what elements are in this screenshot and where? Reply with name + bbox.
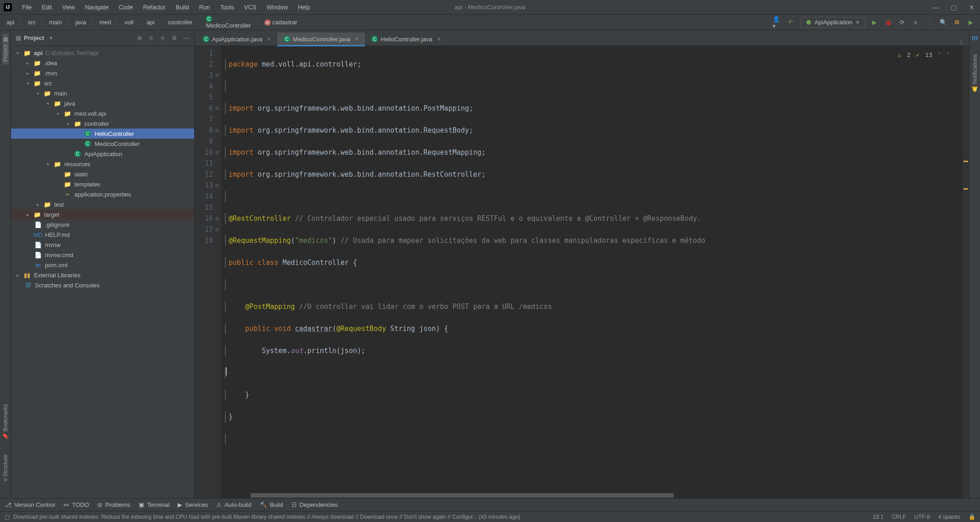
tree-main[interactable]: ▾📁main	[11, 88, 194, 98]
run-configuration[interactable]: ⬢ ApiApplication ▾	[800, 17, 865, 28]
tree-test[interactable]: ▸📁test	[11, 199, 194, 209]
tree-pom[interactable]: mpom.xml	[11, 260, 194, 270]
tool-bookmarks[interactable]: 🔖 Bookmarks	[2, 401, 9, 443]
chevron-down-icon[interactable]: ˅	[946, 50, 950, 61]
back-icon[interactable]: ↶	[786, 18, 795, 27]
tree-resources[interactable]: ▾📁resources	[11, 159, 194, 169]
menu-vcs[interactable]: VCS	[240, 2, 261, 12]
stop-button[interactable]: ■	[911, 18, 920, 27]
tree-scratch[interactable]: 🗐Scratches and Consoles	[11, 280, 194, 290]
menu-refactor[interactable]: Refactor	[139, 2, 170, 12]
more-tabs-icon[interactable]: ⋮	[958, 39, 964, 45]
status-encoding[interactable]: UTF-8	[914, 514, 930, 520]
status-window-icon[interactable]: ▢	[5, 514, 10, 520]
horizontal-scrollbar[interactable]	[251, 493, 956, 498]
fold-icon[interactable]: ⊟	[214, 125, 220, 136]
tree-gitignore[interactable]: 📄.gitignore	[11, 219, 194, 230]
bottom-vcs[interactable]: ⎇Version Control	[5, 501, 55, 508]
menu-edit[interactable]: Edit	[37, 2, 56, 12]
bottom-build[interactable]: 🔨Build	[260, 501, 283, 508]
tree-mvnwcmd[interactable]: 📄mvnw.cmd	[11, 250, 194, 260]
expand-all-icon[interactable]: ≑	[149, 34, 154, 41]
tree-mvnw[interactable]: 📄mvnw	[11, 240, 194, 250]
crumb-main[interactable]: main	[47, 18, 64, 27]
user-icon[interactable]: 👤▾	[773, 18, 782, 27]
tree-pkg[interactable]: ▾📁med.voll.api	[11, 108, 194, 118]
menu-navigate[interactable]: Navigate	[80, 2, 113, 12]
menu-view[interactable]: View	[57, 2, 79, 12]
fold-icon[interactable]: ⊟	[214, 224, 220, 235]
tree-props[interactable]: ▪▪application.properties	[11, 189, 194, 199]
tool-project[interactable]: Project ▦	[2, 34, 9, 65]
tree-help[interactable]: MDHELP.md	[11, 230, 194, 240]
bottom-problems[interactable]: ⊘Problems	[97, 501, 130, 508]
status-indent[interactable]: 4 spaces	[938, 514, 960, 520]
tab-hellocontroller[interactable]: CHelloController.java×	[365, 33, 447, 45]
menu-code[interactable]: Code	[114, 2, 138, 12]
error-stripe[interactable]	[963, 46, 969, 498]
menu-file[interactable]: File	[17, 2, 36, 12]
status-eol[interactable]: CRLF	[892, 514, 906, 520]
tool-structure[interactable]: ≡ Structure	[2, 452, 9, 484]
tree-static[interactable]: 📁static	[11, 169, 194, 179]
crumb-class[interactable]: C MedicoController	[204, 15, 252, 30]
tab-apiapplication[interactable]: CApiApplication.java×	[196, 33, 277, 45]
search-button[interactable]: 🔍	[939, 18, 948, 27]
close-icon[interactable]: ×	[267, 35, 271, 43]
crumb-java[interactable]: java	[73, 18, 88, 27]
tree-external[interactable]: ▸▮▮External Libraries	[11, 270, 194, 280]
menu-help[interactable]: Help	[293, 2, 315, 12]
coverage-button[interactable]: ⟳	[897, 18, 907, 27]
fold-icon[interactable]: ⊟	[214, 213, 220, 224]
code-editor[interactable]: package med.voll.api.controller; import …	[221, 46, 963, 498]
tree-mvn[interactable]: ▸📁.mvn	[11, 68, 194, 78]
crumb-med[interactable]: med	[98, 18, 113, 27]
bottom-autobuild[interactable]: ⚠Auto-build	[216, 501, 252, 508]
crumb-controller[interactable]: controller	[166, 18, 194, 27]
tree-java[interactable]: ▾📁java	[11, 98, 194, 108]
bottom-terminal[interactable]: ▣Terminal	[139, 501, 169, 508]
crumb-api2[interactable]: api	[145, 18, 157, 27]
close-icon[interactable]: ×	[355, 35, 358, 43]
sync-button[interactable]: ⚙	[952, 18, 962, 27]
bottom-services[interactable]: ▶Services	[178, 501, 208, 508]
ide-button[interactable]: ▶	[966, 18, 975, 27]
tab-medicocontroller[interactable]: CMedicoController.java×	[277, 33, 365, 45]
run-button[interactable]: ▶	[870, 18, 879, 27]
crumb-src[interactable]: src	[26, 18, 37, 27]
close-icon[interactable]: ×	[437, 35, 441, 43]
close-button[interactable]: ✕	[969, 4, 976, 11]
minimize-button[interactable]: —	[932, 4, 940, 11]
fold-icon[interactable]: ⊟	[214, 103, 220, 114]
status-message[interactable]: Download pre-built shared indexes: Reduc…	[13, 514, 520, 520]
menu-run[interactable]: Run	[195, 2, 215, 12]
menu-build[interactable]: Build	[171, 2, 194, 12]
hide-panel-icon[interactable]: —	[184, 34, 190, 41]
chevron-up-icon[interactable]: ˄	[938, 50, 941, 61]
settings-gear-icon[interactable]: ⚙	[172, 34, 177, 41]
maven-tool-icon[interactable]: m	[971, 34, 978, 42]
tree-app[interactable]: CApiApplication	[11, 149, 194, 159]
tool-notifications[interactable]: 🔔 Notifications	[972, 51, 978, 95]
fold-icon[interactable]: ⊟	[214, 70, 220, 81]
tree-hello[interactable]: CHelloController	[11, 129, 194, 139]
status-cursor-pos[interactable]: 15:1	[873, 514, 883, 520]
inspections-widget[interactable]: ⚠2 ✔13 ˄ ˅	[895, 49, 952, 62]
tree-target[interactable]: ▸📁target	[11, 209, 194, 219]
tree-templates[interactable]: 📁templates	[11, 179, 194, 189]
crumb-method[interactable]: m cadastrar	[263, 18, 299, 27]
bottom-todo[interactable]: ≔TODO	[63, 501, 89, 508]
tree-root[interactable]: ▾📁apiC:\Estudos Tech\api	[11, 48, 194, 58]
tree-idea[interactable]: ▸📁.idea	[11, 58, 194, 68]
menu-tools[interactable]: Tools	[216, 2, 239, 12]
crumb-api[interactable]: api	[5, 18, 16, 27]
chevron-down-icon[interactable]: ▾	[50, 34, 53, 41]
fold-icon[interactable]: ⊟	[214, 147, 220, 158]
tree-medico[interactable]: CMedicoController	[11, 139, 194, 149]
tree-controller[interactable]: ▾📁controller	[11, 118, 194, 129]
collapse-all-icon[interactable]: ≑	[160, 34, 165, 41]
menu-window[interactable]: Window	[262, 2, 292, 12]
status-lock-icon[interactable]: 🔒	[969, 514, 975, 520]
select-file-icon[interactable]: ⊕	[137, 34, 142, 41]
bottom-dependencies[interactable]: ☷Dependencies	[291, 501, 338, 508]
